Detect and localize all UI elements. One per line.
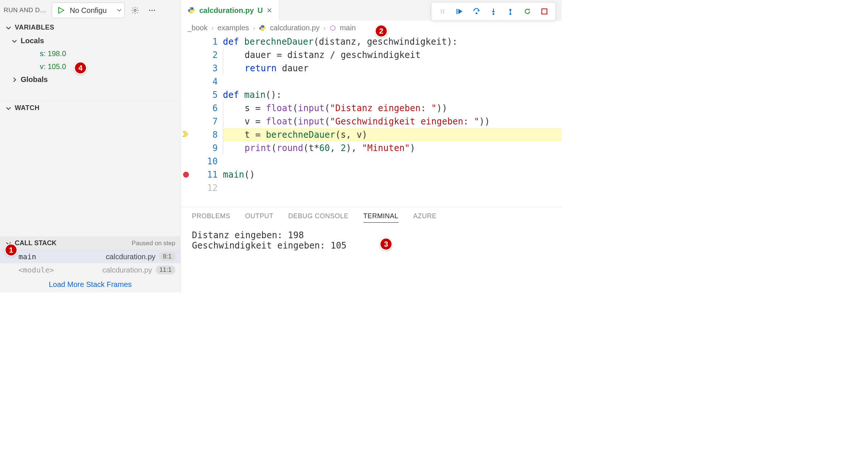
drag-handle-icon[interactable] [436,5,449,18]
variable-value: 198.0 [48,49,66,58]
variables-header[interactable]: VARIABLES [0,21,180,34]
tab-azure[interactable]: AZURE [413,212,437,223]
chevron-right-icon: › [323,24,326,32]
frame-position: 8:1 [159,252,175,261]
annotation-callout: 1 [4,243,18,257]
svg-point-5 [190,8,191,8]
breadcrumb-part[interactable]: examples [217,24,249,32]
stop-button[interactable] [538,5,551,18]
svg-point-7 [441,10,442,11]
svg-point-16 [476,13,478,14]
frame-function: <module> [18,266,54,274]
step-over-button[interactable] [470,5,483,18]
breadcrumb-part[interactable]: _book [187,24,208,32]
run-config-selector[interactable]: No Configu [52,3,125,18]
breadcrumb-part[interactable]: main [340,24,356,32]
annotation-callout: 2 [375,24,388,38]
svg-point-9 [441,11,442,12]
chevron-down-icon[interactable] [116,6,122,15]
breadcrumb[interactable]: _book › examples › calcduration.py › mai… [181,21,562,35]
frame-file: calcduration.py [102,266,152,274]
tab-terminal[interactable]: TERMINAL [364,212,399,223]
step-into-button[interactable] [487,5,500,18]
svg-rect-13 [457,9,458,14]
watch-header[interactable]: WATCH [0,101,180,115]
watch-title: WATCH [15,104,39,112]
step-out-button[interactable] [504,5,517,18]
svg-point-22 [510,13,512,15]
watch-empty-area[interactable] [0,115,180,236]
debug-toolbar[interactable] [431,2,556,21]
editor-area: calcduration.py U _book › examples › cal… [181,0,562,292]
continue-button[interactable] [453,5,466,18]
tab-filename: calcduration.py [199,6,254,15]
start-debugging-button[interactable] [54,4,68,17]
svg-point-12 [443,13,444,14]
chevron-right-icon [11,76,18,83]
glyph-margin [181,35,192,207]
current-line-indicator [182,128,189,141]
annotation-callout: 4 [74,61,87,75]
symbol-method-icon [330,25,336,31]
line-numbers: 123456789101112 [192,35,223,207]
load-more-frames[interactable]: Load More Stack Frames [0,277,180,292]
stack-frame[interactable]: main calcduration.py 8:1 [0,250,180,263]
scope-globals[interactable]: Globals [0,73,180,86]
debug-settings-button[interactable] [128,4,142,17]
svg-rect-24 [542,9,547,14]
svg-marker-18 [492,11,495,13]
scope-locals[interactable]: Locals [0,34,180,47]
frame-position: 11:1 [156,266,175,274]
bottom-panel: PROBLEMS OUTPUT DEBUG CONSOLE TERMINAL A… [181,207,562,292]
app-root: RUN AND DEBUG No Configu VARIABLES [0,0,562,292]
python-icon [259,24,266,32]
variables-title: VARIABLES [15,24,54,31]
svg-marker-21 [509,8,512,10]
code-content[interactable]: def berechneDauer(distanz, geschwindigke… [223,35,562,207]
frame-file: calcduration.py [106,253,156,261]
svg-point-3 [151,10,152,11]
svg-marker-14 [458,9,462,14]
svg-point-6 [192,12,193,13]
svg-point-2 [149,10,150,11]
chevron-down-icon [11,38,18,44]
variable-name: s: [40,49,46,58]
breakpoint-icon[interactable] [183,172,189,178]
variable-row[interactable]: s: 198.0 [0,47,180,60]
terminal-output[interactable]: Distanz eingeben: 198 Geschwindigkeit ei… [181,226,562,254]
svg-point-1 [134,9,136,11]
variable-value: 105.0 [48,62,66,71]
run-debug-title: RUN AND DEBUG [4,7,48,14]
scope-label: Locals [21,37,44,45]
run-debug-topbar: RUN AND DEBUG No Configu [0,0,180,21]
variable-row[interactable]: v: 105.0 [0,60,180,73]
callstack-title: CALL STACK [15,239,56,247]
chevron-down-icon [5,105,12,112]
scope-label: Globals [21,75,48,84]
chevron-right-icon: › [211,24,214,32]
tab-problems[interactable]: PROBLEMS [192,212,230,223]
callstack-status: Paused on step [132,240,175,247]
more-icon [148,6,156,14]
chevron-right-icon: › [253,24,255,32]
more-actions-button[interactable] [145,4,159,17]
stack-frame[interactable]: <module> calcduration.py 11:1 [0,263,180,277]
chevron-down-icon [5,24,12,31]
tab-output[interactable]: OUTPUT [245,212,273,223]
svg-point-8 [443,10,444,11]
python-icon [187,6,196,14]
debug-sidebar: RUN AND DEBUG No Configu VARIABLES [0,0,181,292]
svg-point-4 [154,10,155,11]
restart-button[interactable] [521,5,534,18]
variable-name: v: [40,62,46,71]
close-icon[interactable] [266,7,272,13]
config-name: No Configu [70,6,114,15]
tab-modified-indicator: U [258,6,263,15]
editor-tab[interactable]: calcduration.py U [181,0,279,21]
code-editor[interactable]: 123456789101112 def berechneDauer(distan… [181,35,562,207]
callstack-header[interactable]: CALL STACK Paused on step [0,236,180,250]
tab-debug-console[interactable]: DEBUG CONSOLE [288,212,349,223]
svg-point-19 [493,13,495,15]
play-icon [57,7,65,14]
breadcrumb-part[interactable]: calcduration.py [270,24,320,32]
